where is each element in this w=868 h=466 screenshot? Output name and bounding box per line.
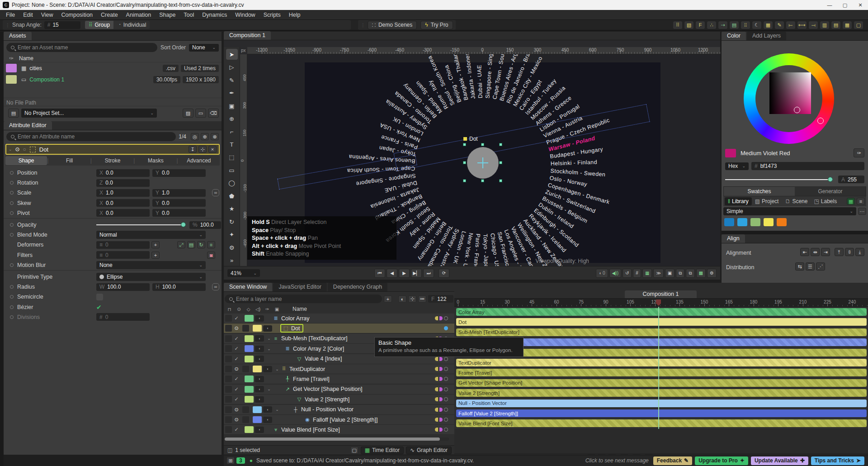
alignment-button[interactable]: ⤓ xyxy=(855,248,864,256)
attr-dropdown[interactable]: None⌄ xyxy=(96,261,206,269)
add-button[interactable]: + xyxy=(151,241,160,248)
tab-shape[interactable]: Shape xyxy=(5,156,47,165)
timeline-bar[interactable]: Value Blend [Font Size] xyxy=(456,419,867,427)
expand-chevron[interactable]: ⌄ xyxy=(274,367,280,371)
expand-chevron[interactable]: ⌄ xyxy=(266,387,272,391)
graph-editor-button[interactable]: ∿Graph Editor xyxy=(406,447,452,454)
menu-file[interactable]: File xyxy=(2,12,19,18)
layer-row[interactable]: ⊙◖◉Falloff [Value 2 [Strength]] xyxy=(224,415,454,425)
connection-dot[interactable] xyxy=(10,295,14,299)
dropper-icon[interactable]: ✑ xyxy=(4,55,19,62)
count-field[interactable]: ≡0 xyxy=(96,251,150,259)
layer-color-swatch[interactable] xyxy=(253,325,262,332)
zoom-select[interactable]: 41%⌄ xyxy=(227,269,260,277)
eye-toggle[interactable]: ⊙ xyxy=(232,407,241,413)
tab-color[interactable]: Color xyxy=(722,32,746,40)
cube-icon[interactable]: ▧ xyxy=(684,21,694,29)
attr-field[interactable]: %100.0 xyxy=(189,221,221,229)
menu-edit[interactable]: Edit xyxy=(19,12,37,18)
align-tab[interactable]: Align xyxy=(722,234,745,243)
tab-scene-window[interactable]: Scene Window xyxy=(224,283,272,291)
polygon-tool[interactable]: ⬟ xyxy=(226,190,238,201)
clip-toggle[interactable]: ◖ xyxy=(263,417,272,423)
update-available-button[interactable]: Update Available✚ xyxy=(751,456,808,465)
library-scene[interactable]: 🗋Scene xyxy=(782,197,811,205)
selection-handle[interactable] xyxy=(463,179,466,182)
check-toggle[interactable]: ✓ xyxy=(232,386,241,392)
connection-dot[interactable] xyxy=(10,315,14,319)
close-attributes-button[interactable]: × xyxy=(208,146,217,153)
clip-toggle[interactable]: ◖ xyxy=(255,356,264,362)
attr-dropdown[interactable]: Normal⌄ xyxy=(96,231,206,239)
current-frame-field[interactable]: F122 xyxy=(428,295,453,303)
tab-masks[interactable]: Masks xyxy=(135,156,176,165)
connection-dot[interactable] xyxy=(10,181,14,185)
refresh-tool[interactable]: ↻ xyxy=(226,216,238,227)
tab-stroke[interactable]: Stroke xyxy=(92,156,133,165)
connection-dot[interactable] xyxy=(10,171,14,175)
sv-selector[interactable] xyxy=(794,107,800,113)
connection-dot[interactable] xyxy=(10,275,14,279)
layer-color-swatch[interactable] xyxy=(245,396,254,403)
project-set-select[interactable]: No Project Set...⌄ xyxy=(21,109,157,118)
layer-color-swatch[interactable] xyxy=(245,426,254,433)
timeline-bar[interactable]: Sub-Mesh [TextDuplicator] xyxy=(456,328,867,336)
selection-handle[interactable] xyxy=(481,143,484,146)
onion-skin-value[interactable]: ◖ 0 xyxy=(596,269,608,278)
layer-row[interactable]: ✓◖⩔Value Blend [Font Size] xyxy=(224,425,454,435)
snap-angle-field[interactable]: #15 xyxy=(44,21,80,29)
clip-toggle[interactable]: ◖ xyxy=(255,346,264,352)
try-pro-button[interactable]: ϟTry Pro xyxy=(420,21,453,29)
connection-dot[interactable] xyxy=(10,263,14,267)
align-right-icon[interactable]: ⟞ xyxy=(808,21,818,29)
check-toggle[interactable]: ✓ xyxy=(232,376,241,382)
previous-frame-button[interactable]: ◀ xyxy=(387,269,397,278)
alignment-button[interactable]: ⇹ xyxy=(811,248,820,256)
expand-chevron[interactable]: ⌄ xyxy=(266,347,272,351)
next-message-link[interactable]: Click to see next message xyxy=(585,457,649,464)
select-tool[interactable]: ➤ xyxy=(226,49,238,60)
count-field[interactable]: ≡0 xyxy=(96,241,150,249)
attr-field[interactable]: Z0.0 xyxy=(96,179,150,187)
connection-dot[interactable] xyxy=(10,191,14,195)
grid-dots-icon[interactable]: ⠿ xyxy=(673,21,683,29)
palette-color-swatch[interactable] xyxy=(750,218,760,226)
audio-icon[interactable]: ◀)) xyxy=(609,269,621,278)
link-toggle[interactable]: ∞ xyxy=(212,283,219,290)
palette-color-swatch[interactable] xyxy=(724,218,734,226)
menu-create[interactable]: Create xyxy=(97,12,122,18)
add-button[interactable]: + xyxy=(151,252,160,259)
clip-toggle[interactable]: ◖ xyxy=(263,325,272,332)
menu-dynamics[interactable]: Dynamics xyxy=(198,12,231,18)
clip-toggle[interactable]: ◖ xyxy=(263,406,272,413)
time-editor-button[interactable]: ▦Time Editor xyxy=(361,447,404,454)
keyframes-icon[interactable]: ▦ xyxy=(763,21,773,29)
connection-dot[interactable] xyxy=(10,253,14,257)
filter-settings-button[interactable]: ≔ xyxy=(418,295,426,303)
check-toggle[interactable]: ✓ xyxy=(232,356,241,362)
timeline-ruler[interactable]: 0153045607590105120135150165180195210225… xyxy=(454,299,868,307)
timeline-bar[interactable]: Value 2 [Strength] xyxy=(456,389,867,397)
demo-scenes-button[interactable]: ⸬Demo Scenes xyxy=(368,21,417,29)
timeline-bar[interactable]: Dot xyxy=(456,318,867,326)
pan-tool[interactable]: ⊕ xyxy=(226,113,238,124)
layer-color-swatch[interactable] xyxy=(245,335,254,342)
palette-color-swatch[interactable] xyxy=(764,218,774,226)
selected-layer-header[interactable]: ⌄ ⊙ ○ Dot ↧ ⊹ × xyxy=(5,144,220,155)
link-toggle[interactable]: ∞ xyxy=(212,189,219,196)
frame-tool[interactable]: ⬚ xyxy=(226,152,238,163)
attr-field[interactable]: Y0.0 xyxy=(152,199,206,207)
upgrade-to-pro-button[interactable]: Upgrade to Pro✦ xyxy=(695,456,748,465)
menu-animation[interactable]: Animation xyxy=(122,12,156,18)
layer-color-swatch[interactable] xyxy=(245,315,254,322)
go-to-start-button[interactable]: ⏮ xyxy=(374,269,385,278)
isolate-button[interactable]: ⊹ xyxy=(198,146,207,153)
moon-icon[interactable]: ☾ xyxy=(752,21,762,29)
motion-path-icon[interactable]: ⇢ xyxy=(718,21,728,29)
layer-row[interactable]: ✓◖⌄↗Get Vector [Shape Position] xyxy=(224,385,454,395)
eye-toggle[interactable]: ⊙ xyxy=(232,417,241,423)
attr-field[interactable]: H100.0 xyxy=(152,283,206,291)
alignment-button[interactable]: ⇤ xyxy=(800,248,809,256)
add-layer-button[interactable]: + xyxy=(384,295,392,303)
check-toggle[interactable]: ✓ xyxy=(232,315,241,321)
